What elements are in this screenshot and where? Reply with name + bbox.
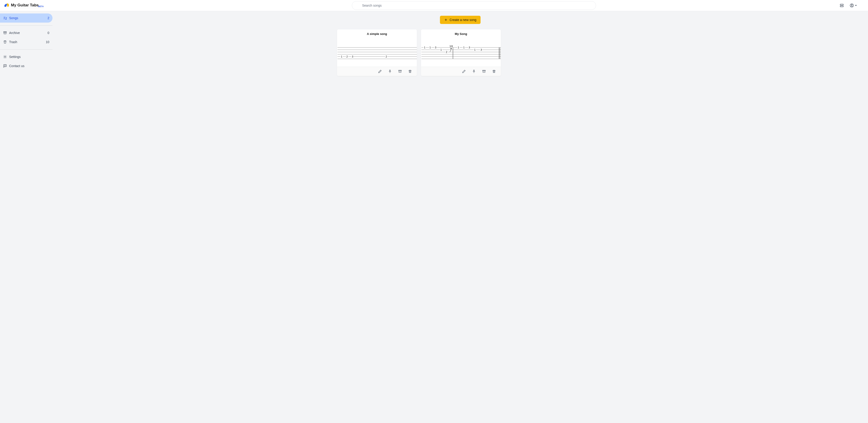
svg-text:1/4: 1/4 — [450, 45, 453, 48]
song-card[interactable]: My Song1/41131211313 — [421, 29, 501, 76]
songs-grid: A simple song1232My Song1/41131211313 — [337, 29, 584, 76]
svg-text:1: 1 — [440, 49, 442, 51]
trash-icon — [3, 40, 7, 44]
sidebar-item-trash[interactable]: Trash 10 — [0, 37, 53, 47]
sidebar: Songs 2 Archive 0 Tra — [0, 11, 53, 423]
svg-rect-0 — [840, 4, 843, 5]
sidebar-item-count: 2 — [48, 16, 49, 20]
logo-area[interactable]: My Guitar Tabs BETA — [4, 2, 84, 8]
edit-button[interactable] — [462, 69, 466, 74]
svg-text:1: 1 — [463, 46, 465, 49]
main-layout: Songs 2 Archive 0 Tra — [0, 11, 868, 423]
create-song-label: Create a new song — [450, 18, 476, 22]
header-actions — [839, 2, 860, 8]
pin-button[interactable] — [472, 69, 476, 74]
svg-text:3: 3 — [469, 46, 470, 49]
archive-button[interactable] — [482, 69, 486, 74]
divider — [0, 49, 53, 50]
search-container — [84, 1, 864, 10]
archive-icon — [398, 69, 402, 73]
svg-rect-1 — [840, 6, 843, 7]
profile-menu-button[interactable] — [849, 2, 858, 8]
trash-icon — [492, 69, 496, 73]
svg-text:1: 1 — [429, 46, 431, 49]
trash-button[interactable] — [492, 69, 496, 74]
svg-text:3: 3 — [435, 46, 436, 49]
svg-text:1: 1 — [424, 46, 425, 49]
svg-text:3: 3 — [480, 49, 482, 51]
sidebar-item-settings[interactable]: Settings — [0, 52, 53, 61]
sidebar-item-label: Contact us — [9, 64, 24, 68]
plus-icon — [444, 18, 448, 22]
archive-icon — [482, 69, 486, 73]
pin-icon — [472, 69, 476, 73]
svg-point-3 — [851, 5, 852, 6]
svg-text:2: 2 — [385, 55, 387, 58]
sidebar-item-label: Settings — [9, 55, 21, 59]
tab-preview: 1/41131211313 — [421, 37, 501, 67]
sidebar-item-count: 0 — [48, 31, 49, 35]
song-title: A simple song — [337, 29, 417, 37]
trash-icon — [408, 69, 412, 73]
content-area: Create a new song A simple song1232My So… — [53, 11, 868, 423]
svg-text:3: 3 — [352, 55, 353, 58]
trash-button[interactable] — [408, 69, 412, 74]
music-note-icon — [3, 16, 7, 20]
svg-text:1: 1 — [341, 55, 342, 58]
svg-rect-62 — [483, 70, 485, 71]
sidebar-item-songs[interactable]: Songs 2 — [0, 13, 53, 23]
sidebar-item-archive[interactable]: Archive 0 — [0, 28, 53, 37]
create-song-button[interactable]: Create a new song — [440, 16, 480, 24]
app-name: My Guitar Tabs — [11, 3, 39, 7]
chevron-down-icon — [855, 4, 857, 7]
card-actions — [337, 67, 417, 76]
gear-icon — [3, 55, 7, 59]
tab-preview: 1232 — [337, 37, 417, 67]
svg-point-9 — [5, 56, 5, 57]
header: My Guitar Tabs BETA — [0, 0, 868, 11]
sidebar-item-count: 10 — [45, 40, 49, 44]
song-card[interactable]: A simple song1232 — [337, 29, 417, 76]
svg-rect-7 — [4, 32, 6, 32]
app-logo-icon — [4, 2, 9, 8]
archive-button[interactable] — [398, 69, 402, 74]
svg-text:2: 2 — [446, 51, 447, 53]
sidebar-item-label: Trash — [9, 40, 17, 44]
edit-icon — [378, 69, 382, 73]
svg-text:1: 1 — [474, 49, 475, 51]
sidebar-item-label: Songs — [9, 16, 18, 20]
search-input[interactable] — [352, 1, 596, 10]
divider — [0, 25, 53, 26]
song-title: My Song — [421, 29, 501, 37]
svg-text:1: 1 — [458, 46, 459, 49]
edit-icon — [462, 69, 466, 73]
pin-button[interactable] — [388, 69, 392, 74]
beta-badge: BETA — [38, 5, 44, 7]
edit-button[interactable] — [378, 69, 382, 74]
sidebar-item-label: Archive — [9, 31, 20, 35]
archive-icon — [3, 31, 7, 35]
sidebar-item-contact[interactable]: Contact us — [0, 61, 53, 70]
pin-icon — [388, 69, 392, 73]
card-actions — [421, 67, 501, 76]
svg-text:2: 2 — [346, 55, 348, 58]
chat-icon — [3, 64, 7, 68]
view-toggle-button[interactable] — [839, 2, 845, 8]
svg-rect-28 — [399, 70, 401, 71]
